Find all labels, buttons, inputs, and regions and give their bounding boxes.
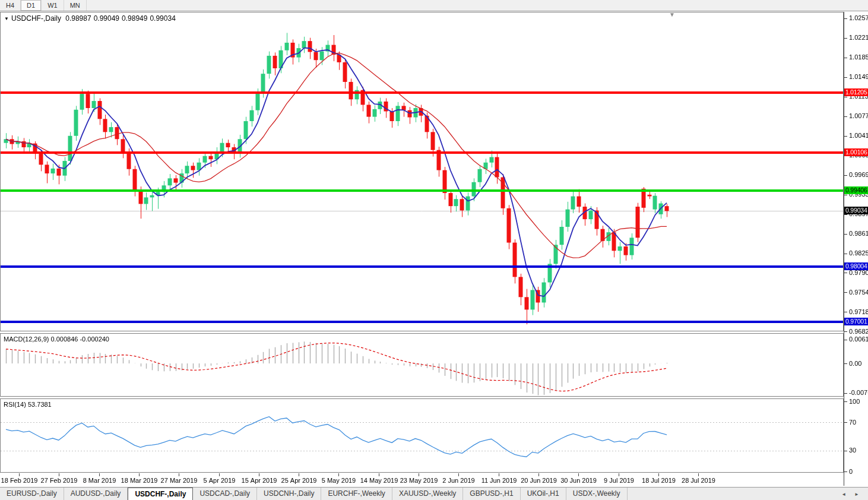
price-chart-canvas[interactable]	[0, 0, 868, 500]
ohlc-close: 0.99034	[150, 14, 175, 23]
tab-scroll-left-icon[interactable]: ◄	[837, 492, 850, 497]
tab-scroll-controls: ◄►	[837, 488, 868, 500]
price-badge-support: 0.97001	[844, 318, 868, 325]
price-badge-level: 0.99406	[844, 186, 868, 194]
symbol-tab-eurchf-weekly[interactable]: EURCHF-,Weekly	[321, 488, 392, 500]
rsi-name: RSI(14)	[4, 401, 26, 408]
symbol-tab-usdx-weekly[interactable]: USDX-,Weekly	[566, 488, 628, 500]
chart-symbol-label: USDCHF-,Daily	[11, 14, 61, 23]
macd-name: MACD(12,26,9)	[4, 336, 49, 343]
symbol-tab-eurusd-daily[interactable]: EURUSD-,Daily	[0, 488, 64, 500]
trading-app-window: { "toolbar": { "timeframes": [ {"label":…	[0, 0, 868, 500]
timeframe-button-w1[interactable]: W1	[42, 0, 64, 11]
tab-scroll-right-icon[interactable]: ►	[850, 492, 863, 497]
chart-shift-marker-icon[interactable]: ▼	[669, 11, 675, 18]
price-badge-resistance: 1.00106	[844, 148, 868, 156]
chart-dropdown-icon[interactable]: ▼	[4, 16, 9, 21]
timeframe-button-h4[interactable]: H4	[0, 0, 21, 11]
macd-main-value: 0.000846	[50, 336, 78, 343]
timeframe-button-d1[interactable]: D1	[21, 0, 42, 11]
symbol-tab-bar: EURUSD-,DailyAUDUSD-,DailyUSDCHF-,DailyU…	[0, 487, 868, 500]
symbol-tab-usdchf-daily[interactable]: USDCHF-,Daily	[128, 488, 193, 500]
symbol-tab-usdcad-daily[interactable]: USDCAD-,Daily	[193, 488, 257, 500]
macd-signal-value: -0.000240	[80, 336, 109, 343]
symbol-tab-gbpusd-h1[interactable]: GBPUSD-,H1	[463, 488, 520, 500]
symbol-tab-usdcnh-daily[interactable]: USDCNH-,Daily	[257, 488, 321, 500]
ohlc-low: 0.98949	[122, 14, 147, 23]
timeframe-button-mn[interactable]: MN	[64, 0, 87, 11]
macd-indicator-label: MACD(12,26,9) 0.000846 -0.000240	[4, 336, 109, 343]
symbol-tab-xauusd-weekly[interactable]: XAUUSD-,Weekly	[392, 488, 463, 500]
symbol-tab-audusd-daily[interactable]: AUDUSD-,Daily	[64, 488, 128, 500]
symbol-tab-ukoil-h1[interactable]: UKOil-,H1	[521, 488, 566, 500]
rsi-indicator-label: RSI(14) 53.7381	[4, 401, 52, 408]
rsi-value: 53.7381	[28, 401, 52, 408]
ohlc-high: 0.99049	[94, 14, 119, 23]
price-badge-support: 0.98004	[844, 262, 868, 270]
timeframe-toolbar: H4D1W1MN	[0, 0, 868, 11]
price-badge-resistance: 1.01205	[844, 88, 868, 96]
price-badge-current-price: 0.99034	[844, 207, 868, 214]
ohlc-open: 0.98987	[65, 14, 91, 23]
chart-title: ▼USDCHF-,Daily 0.989870.990490.989490.99…	[4, 14, 178, 23]
